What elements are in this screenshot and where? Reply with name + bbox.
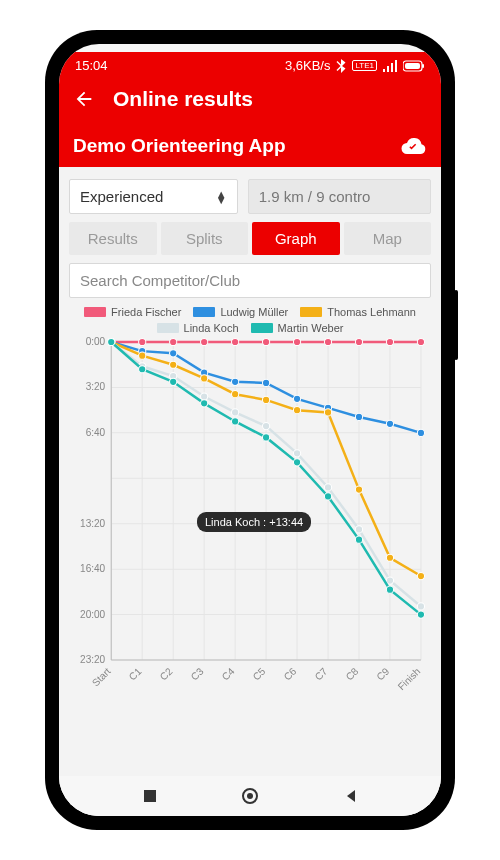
svg-point-50	[355, 338, 362, 345]
legend-item[interactable]: Linda Koch	[157, 322, 239, 334]
svg-point-86	[108, 338, 115, 345]
svg-point-73	[386, 554, 393, 561]
app-bar: Online results	[59, 77, 441, 125]
nav-home-button[interactable]	[240, 786, 260, 806]
class-select-value: Experienced	[80, 188, 163, 205]
svg-text:C6: C6	[282, 665, 299, 682]
svg-text:Finish: Finish	[396, 666, 423, 693]
battery-icon	[403, 60, 425, 72]
svg-point-68	[231, 391, 238, 398]
legend-item[interactable]: Ludwig Müller	[193, 306, 288, 318]
tab-splits[interactable]: Splits	[161, 222, 249, 255]
svg-point-51	[386, 338, 393, 345]
event-title: Demo Orienteering App	[73, 135, 286, 157]
class-select[interactable]: Experienced ▲▼	[69, 179, 238, 214]
svg-text:16:40: 16:40	[80, 563, 106, 574]
search-input[interactable]: Search Competitor/Club	[69, 263, 431, 298]
svg-point-70	[293, 407, 300, 414]
svg-point-80	[262, 423, 269, 430]
svg-rect-1	[422, 64, 424, 68]
tab-map[interactable]: Map	[344, 222, 432, 255]
svg-point-67	[201, 375, 208, 382]
svg-point-99	[247, 793, 253, 799]
svg-point-91	[262, 434, 269, 441]
svg-point-44	[170, 338, 177, 345]
svg-text:C8: C8	[344, 665, 361, 682]
tab-results[interactable]: Results	[69, 222, 157, 255]
legend-item[interactable]: Martin Weber	[251, 322, 344, 334]
event-header: Demo Orienteering App	[59, 125, 441, 167]
svg-rect-97	[144, 790, 156, 802]
svg-point-79	[231, 409, 238, 416]
svg-point-59	[293, 395, 300, 402]
svg-point-82	[324, 484, 331, 491]
view-tabs: Results Splits Graph Map	[69, 222, 431, 255]
signal-icon	[383, 60, 397, 72]
legend-item[interactable]: Thomas Lehmann	[300, 306, 416, 318]
back-arrow-icon[interactable]	[73, 88, 95, 110]
svg-point-85	[417, 603, 424, 610]
svg-point-55	[170, 350, 177, 357]
svg-point-61	[355, 413, 362, 420]
svg-point-95	[386, 586, 393, 593]
status-time: 15:04	[75, 58, 108, 73]
status-net-speed: 3,6KB/s	[285, 58, 331, 73]
content-area: Experienced ▲▼ 1.9 km / 9 contro Results…	[59, 167, 441, 816]
svg-point-84	[386, 577, 393, 584]
svg-text:C7: C7	[313, 665, 330, 682]
svg-text:C1: C1	[127, 665, 144, 682]
legend-item[interactable]: Frieda Fischer	[84, 306, 181, 318]
svg-point-48	[293, 338, 300, 345]
svg-point-87	[139, 366, 146, 373]
svg-point-93	[324, 493, 331, 500]
svg-text:C2: C2	[158, 665, 175, 682]
svg-text:C9: C9	[375, 665, 392, 682]
svg-point-83	[355, 526, 362, 533]
svg-point-62	[386, 420, 393, 427]
svg-point-46	[231, 338, 238, 345]
tab-graph[interactable]: Graph	[252, 222, 340, 255]
svg-point-63	[417, 429, 424, 436]
svg-point-74	[417, 572, 424, 579]
chart-legend: Frieda Fischer Ludwig Müller Thomas Lehm…	[69, 306, 431, 334]
svg-point-72	[355, 486, 362, 493]
svg-text:0:00: 0:00	[86, 336, 106, 347]
svg-point-58	[262, 379, 269, 386]
svg-rect-2	[405, 63, 420, 69]
svg-point-66	[170, 361, 177, 368]
svg-point-57	[231, 378, 238, 385]
svg-text:C3: C3	[189, 665, 206, 682]
svg-point-94	[355, 536, 362, 543]
course-info: 1.9 km / 9 contro	[248, 179, 431, 214]
lte-badge: LTE1	[352, 60, 377, 71]
page-title: Online results	[113, 87, 253, 111]
svg-point-47	[262, 338, 269, 345]
svg-point-96	[417, 611, 424, 618]
svg-text:C4: C4	[220, 665, 237, 682]
svg-point-49	[324, 338, 331, 345]
svg-point-92	[293, 459, 300, 466]
svg-point-52	[417, 338, 424, 345]
svg-text:13:20: 13:20	[80, 518, 106, 529]
svg-text:23:20: 23:20	[80, 654, 106, 665]
svg-point-43	[139, 338, 146, 345]
svg-text:3:20: 3:20	[86, 381, 106, 392]
svg-point-81	[293, 450, 300, 457]
cloud-sync-icon[interactable]	[401, 136, 427, 156]
svg-point-90	[231, 418, 238, 425]
bluetooth-icon	[336, 59, 346, 73]
svg-text:Start: Start	[90, 666, 113, 689]
status-bar: 15:04 3,6KB/s LTE1	[59, 52, 441, 77]
svg-point-65	[139, 352, 146, 359]
nav-recent-button[interactable]	[140, 786, 160, 806]
chevron-updown-icon: ▲▼	[216, 191, 227, 203]
nav-back-button[interactable]	[341, 786, 361, 806]
split-graph[interactable]: 0:003:206:4013:2016:4020:0023:20StartC1C…	[69, 336, 431, 706]
svg-point-78	[201, 393, 208, 400]
svg-point-89	[201, 400, 208, 407]
chart-tooltip: Linda Koch : +13:44	[197, 512, 311, 532]
svg-point-71	[324, 409, 331, 416]
svg-point-69	[262, 396, 269, 403]
svg-text:6:40: 6:40	[86, 427, 106, 438]
svg-text:C5: C5	[251, 665, 268, 682]
